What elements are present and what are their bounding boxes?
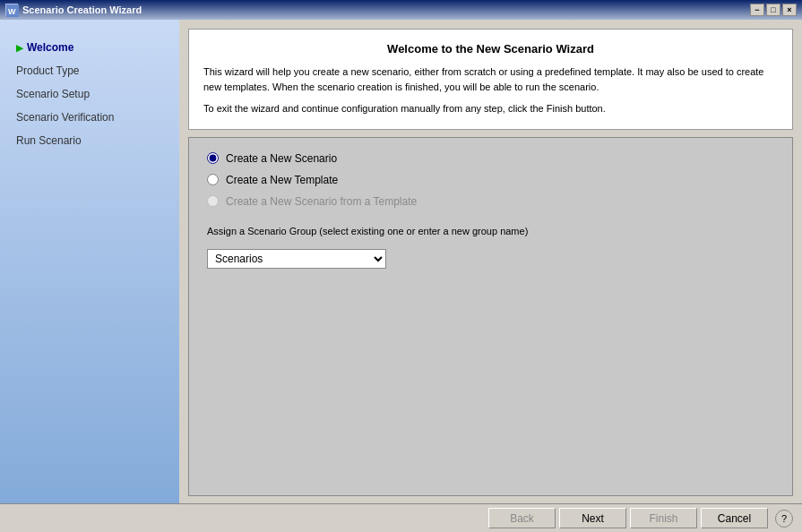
options-panel: Create a New Scenario Create a New Templ… (188, 137, 793, 497)
welcome-paragraph2: To exit the wizard and continue configur… (203, 101, 778, 116)
create-new-scenario-label: Create a New Scenario (226, 152, 337, 165)
help-button[interactable]: ? (775, 510, 793, 528)
title-bar: W Scenario Creation Wizard − □ × (0, 0, 802, 20)
minimize-button[interactable]: − (750, 4, 764, 16)
cancel-button[interactable]: Cancel (701, 508, 768, 528)
window-controls[interactable]: − □ × (750, 4, 797, 16)
sidebar: ▶ Welcome Product Type Scenario Setup Sc… (0, 20, 179, 532)
welcome-title: Welcome to the New Scenario Wizard (203, 42, 778, 56)
create-new-template-label: Create a New Template (226, 174, 338, 186)
sidebar-item-run-scenario[interactable]: Run Scenario (9, 131, 170, 150)
main-window: ▶ Welcome Product Type Scenario Setup Sc… (0, 20, 802, 532)
create-new-scenario-radio[interactable] (207, 152, 219, 164)
sidebar-item-welcome[interactable]: ▶ Welcome (9, 38, 170, 57)
sidebar-item-product-type-label: Product Type (16, 64, 80, 77)
scenario-group-dropdown[interactable]: Scenarios (207, 249, 386, 269)
next-button[interactable]: Next (559, 508, 626, 528)
content-area: Welcome to the New Scenario Wizard This … (179, 20, 802, 532)
sidebar-item-scenario-verification-label: Scenario Verification (16, 111, 114, 124)
create-new-template-option[interactable]: Create a New Template (207, 174, 774, 186)
welcome-panel: Welcome to the New Scenario Wizard This … (188, 29, 793, 130)
create-new-scenario-option[interactable]: Create a New Scenario (207, 152, 774, 165)
create-new-template-radio[interactable] (207, 174, 219, 185)
app-icon: W (5, 4, 18, 16)
create-from-template-option[interactable]: Create a New Scenario from a Template (207, 195, 774, 208)
sidebar-item-scenario-setup-label: Scenario Setup (16, 88, 90, 100)
create-from-template-radio (207, 195, 219, 207)
button-bar: Back Next Finish Cancel ? (0, 503, 802, 532)
active-arrow-icon: ▶ (16, 43, 23, 53)
back-button[interactable]: Back (488, 508, 556, 528)
sidebar-item-scenario-verification[interactable]: Scenario Verification (9, 107, 170, 127)
sidebar-item-run-scenario-label: Run Scenario (16, 134, 82, 147)
finish-button[interactable]: Finish (630, 508, 697, 528)
sidebar-item-scenario-setup[interactable]: Scenario Setup (9, 84, 170, 104)
svg-text:W: W (8, 7, 16, 16)
maximize-button[interactable]: □ (766, 4, 780, 16)
group-assign-label: Assign a Scenario Group (select existing… (207, 226, 774, 236)
create-from-template-label: Create a New Scenario from a Template (226, 195, 417, 208)
window-title: Scenario Creation Wizard (22, 4, 750, 15)
welcome-paragraph1: This wizard will help you create a new s… (203, 64, 778, 94)
sidebar-item-welcome-label: Welcome (27, 41, 73, 54)
scenario-group-container: Scenarios (207, 249, 774, 269)
sidebar-item-product-type[interactable]: Product Type (9, 61, 170, 81)
close-button[interactable]: × (782, 4, 797, 16)
